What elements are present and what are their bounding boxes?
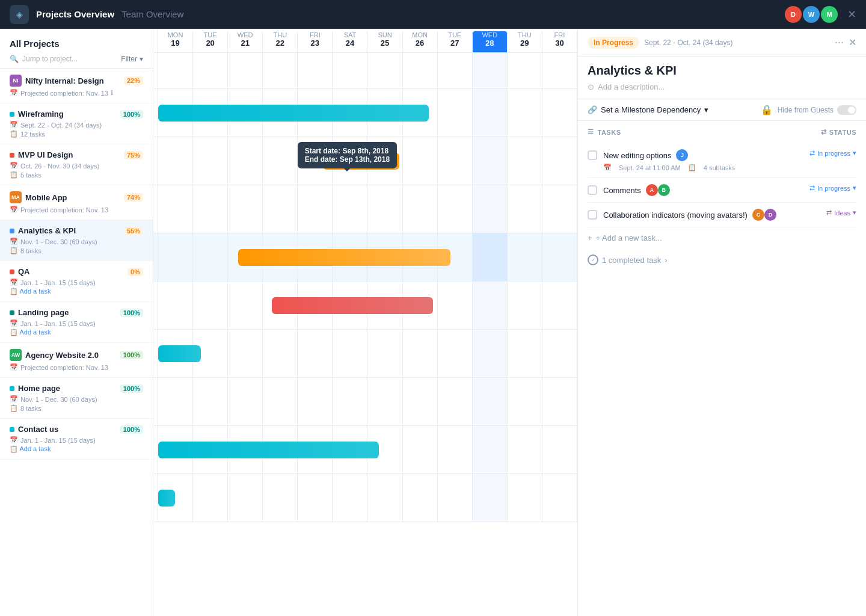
- avatar-w: W: [803, 6, 820, 23]
- contact-bar[interactable]: [158, 490, 175, 507]
- subtask-icon: 📋: [688, 164, 696, 171]
- status-arrow-icon: ⇄: [809, 149, 815, 157]
- gantt-row-contact: [153, 474, 577, 522]
- topbar-left: ◈ Projects Overview Team Overview: [10, 5, 183, 24]
- task-name: Comments A B: [603, 184, 803, 196]
- gantt-day-wed21: WED21: [228, 31, 263, 52]
- status-icon: ⇄: [821, 128, 827, 136]
- project-tasks: 📋8 tasks: [10, 247, 143, 254]
- task-checkbox[interactable]: [588, 150, 597, 160]
- description-icon: ⊙: [588, 82, 594, 91]
- project-name: Agency Website 2.0: [25, 351, 99, 360]
- project-pct: 100%: [120, 110, 143, 119]
- project-item-agency[interactable]: AW Agency Website 2.0 100% 📅Projected co…: [0, 343, 153, 378]
- project-pct: 74%: [124, 193, 143, 202]
- task-checkbox[interactable]: [588, 210, 597, 220]
- project-item-mvp[interactable]: MVP UI Design 75% 📅Oct. 26 - Nov. 30 (34…: [0, 144, 153, 185]
- gantt-day-thu29: THU29: [508, 31, 542, 52]
- project-pct: 100%: [120, 351, 143, 359]
- analytics-bar[interactable]: [238, 249, 450, 266]
- project-add-task[interactable]: 📋 Add a task: [10, 328, 143, 336]
- milestone-dependency[interactable]: 🔗 Set a Milestone Dependency ▾: [588, 105, 708, 114]
- task-status-editing[interactable]: ⇄ In progress ▾: [809, 149, 856, 157]
- chevron-down-icon: ▾: [140, 55, 143, 63]
- project-meta: 📅Projected completion: Nov. 13 ℹ: [10, 89, 143, 97]
- project-meta: 📅Jan. 1 - Jan. 15 (15 days): [10, 279, 143, 286]
- tooltip-end-value: Sep 13th, 2018: [340, 155, 390, 164]
- project-tasks: 📋12 tasks: [10, 130, 143, 138]
- task-checkbox[interactable]: [588, 185, 597, 195]
- task-status-comments[interactable]: ⇄ In progress ▾: [809, 184, 856, 192]
- hide-guests-toggle[interactable]: [837, 105, 856, 115]
- gantt-area: MON19 TUE20 WED21 THU22 FRI23 SAT24 SUN2…: [153, 29, 577, 616]
- project-search[interactable]: 🔍 Jump to project...: [10, 55, 78, 63]
- tasks-header: ☰ TASKS ⇄ STATUS: [588, 128, 856, 136]
- homepage-bar[interactable]: [158, 442, 379, 458]
- project-badge: AW: [10, 349, 22, 361]
- project-item-landing[interactable]: Landing page 100% 📅Jan. 1 - Jan. 15 (15 …: [0, 302, 153, 343]
- project-name: Wireframing: [18, 109, 64, 119]
- project-meta: 📅Nov. 1 - Dec. 30 (60 days): [10, 238, 143, 245]
- main-content: All Projects 🔍 Jump to project... Filter…: [0, 29, 866, 616]
- status-arrow-icon: ⇄: [826, 209, 832, 217]
- panel-topbar-left: In Progress Sept. 22 - Oct. 24 (34 days): [588, 37, 732, 49]
- gantt-day-thu22: THU22: [263, 31, 298, 52]
- gantt-row-qa: [153, 282, 577, 330]
- gantt-body: Start date: Sep 8th, 2018 End date: Sep …: [153, 53, 577, 616]
- app-title: Projects Overview: [36, 9, 114, 19]
- project-meta: 📅Projected completion: Nov. 13: [10, 206, 143, 214]
- wireframing-bar[interactable]: [158, 105, 429, 122]
- app-logo: ◈: [10, 5, 29, 24]
- gantt-day-mon26: MON26: [403, 31, 438, 52]
- gantt-row-homepage: [153, 426, 577, 474]
- more-options-icon[interactable]: ···: [835, 36, 844, 49]
- sidebar-header: All Projects 🔍 Jump to project... Filter…: [0, 29, 153, 69]
- avatar-d: D: [785, 6, 802, 23]
- status-badge[interactable]: In Progress: [588, 37, 639, 49]
- close-icon[interactable]: ✕: [847, 8, 856, 21]
- project-item-mobile[interactable]: MA Mobile App 74% 📅Projected completion:…: [0, 185, 153, 220]
- project-item-contact[interactable]: Contact us 100% 📅Jan. 1 - Jan. 15 (15 da…: [0, 419, 153, 460]
- task-content: New editing options J 📅 Sept. 24 at 11:0…: [603, 149, 803, 171]
- gantt-day-sat24: SAT24: [333, 31, 367, 52]
- project-meta: 📅Projected completion: Nov. 13: [10, 363, 143, 371]
- panel-close-icon[interactable]: ✕: [849, 37, 856, 48]
- project-badge: [10, 112, 14, 117]
- project-name: Nifty Internal: Design: [25, 76, 104, 85]
- project-name: Landing page: [18, 308, 69, 317]
- right-panel: In Progress Sept. 22 - Oct. 24 (34 days)…: [577, 29, 866, 616]
- project-item-ni[interactable]: NI Nifty Internal: Design 22% 📅Projected…: [0, 69, 153, 103]
- chevron-down-icon: ▾: [704, 105, 708, 114]
- plus-icon: +: [588, 233, 592, 242]
- team-overview-link[interactable]: Team Overview: [121, 9, 183, 19]
- chevron-down-icon: ▾: [853, 149, 856, 157]
- landing-bar[interactable]: [158, 345, 201, 362]
- gantt-header: MON19 TUE20 WED21 THU22 FRI23 SAT24 SUN2…: [153, 29, 577, 53]
- qa-bar[interactable]: [272, 297, 433, 314]
- project-item-homepage[interactable]: Home page 100% 📅Nov. 1 - Dec. 30 (60 day…: [0, 378, 153, 419]
- project-item-qa[interactable]: QA 0% 📅Jan. 1 - Jan. 15 (15 days) 📋 Add …: [0, 261, 153, 302]
- add-task-row[interactable]: + + Add a new task...: [588, 227, 856, 248]
- project-add-task[interactable]: 📋 Add a task: [10, 288, 143, 295]
- lock-icon: 🔒: [761, 104, 773, 116]
- project-badge: NI: [10, 75, 22, 87]
- panel-date: Sept. 22 - Oct. 24 (34 days): [644, 38, 732, 47]
- gantt-day-fri23: FRI23: [298, 31, 333, 52]
- task-status-collaboration[interactable]: ⇄ Ideas ▾: [826, 209, 856, 217]
- gantt-row-mvp: Start date: Sep 8th, 2018 End date: Sep …: [153, 137, 577, 185]
- gantt-row-agency: [153, 378, 577, 426]
- panel-description[interactable]: ⊙ Add a description...: [578, 80, 866, 99]
- project-item-analytics[interactable]: Analytics & KPI 55% 📅Nov. 1 - Dec. 30 (6…: [0, 220, 153, 261]
- chevron-down-icon: ▾: [853, 209, 856, 217]
- completed-task-row[interactable]: ✓ 1 completed task ›: [588, 248, 856, 271]
- filter-button[interactable]: Filter ▾: [121, 55, 143, 63]
- task-meta: 📅 Sept. 24 at 11:00 AM 📋 4 subtasks: [603, 164, 803, 171]
- project-item-wireframing[interactable]: Wireframing 100% 📅Sept. 22 - Oct. 24 (34…: [0, 103, 153, 144]
- gantt-day-mon19: MON19: [158, 31, 193, 52]
- project-tasks: 📋8 tasks: [10, 404, 143, 412]
- project-add-task[interactable]: 📋 Add a task: [10, 445, 143, 453]
- calendar-icon: 📅: [603, 164, 612, 171]
- hide-guests-label: Hide from Guests: [778, 105, 856, 115]
- project-meta: 📅Nov. 1 - Dec. 30 (60 days): [10, 395, 143, 403]
- task-item-editing: New editing options J 📅 Sept. 24 at 11:0…: [588, 143, 856, 178]
